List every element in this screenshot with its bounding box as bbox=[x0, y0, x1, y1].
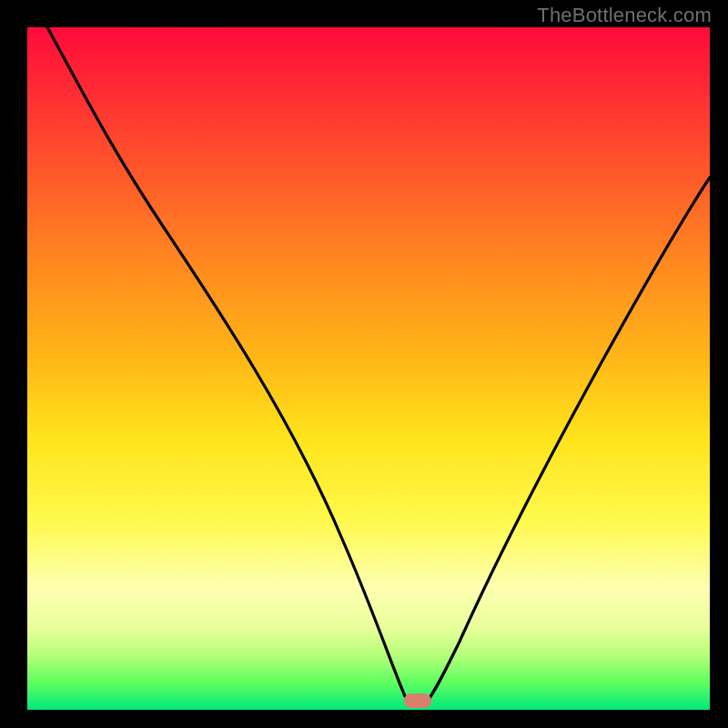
plot-area bbox=[27, 27, 710, 710]
chart-container: TheBottleneck.com bbox=[0, 0, 728, 728]
bottleneck-curve bbox=[27, 27, 710, 710]
curve-path bbox=[47, 27, 710, 703]
watermark-text: TheBottleneck.com bbox=[537, 4, 712, 27]
optimal-marker bbox=[404, 693, 431, 708]
